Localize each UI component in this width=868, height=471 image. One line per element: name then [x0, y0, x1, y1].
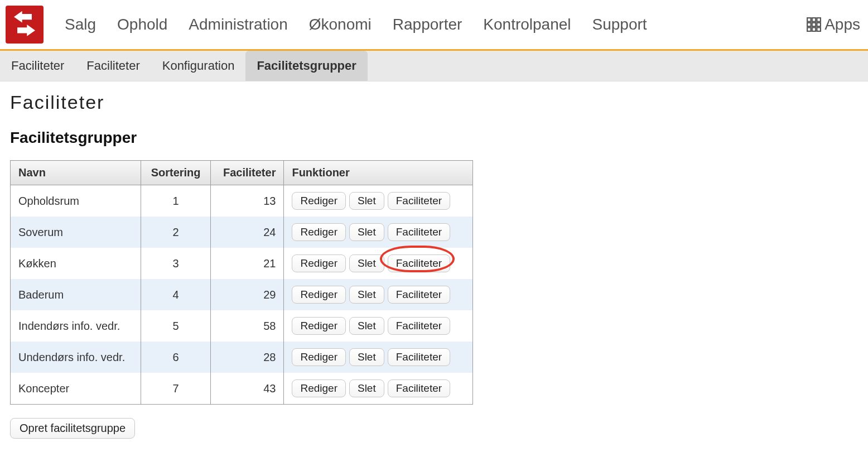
cell-functions: RedigerSletFaciliteter	[284, 248, 473, 279]
logo[interactable]	[6, 6, 44, 44]
apps-grid-icon	[807, 17, 821, 32]
table-row: Koncepter743RedigerSletFaciliteter	[11, 373, 473, 405]
svg-rect-6	[807, 27, 811, 31]
delete-button[interactable]: Slet	[349, 379, 384, 397]
create-facility-group-button[interactable]: Opret facilitetsgruppe	[10, 418, 135, 439]
table-row: Baderum429RedigerSletFaciliteter	[11, 279, 473, 310]
faciliteter-button[interactable]: Faciliteter	[388, 286, 450, 304]
svg-rect-7	[812, 27, 816, 31]
edit-button[interactable]: Rediger	[292, 286, 346, 304]
col-header-sorting: Sortering	[141, 161, 210, 185]
delete-button[interactable]: Slet	[349, 192, 384, 210]
nav-item-kontrolpanel[interactable]: Kontrolpanel	[483, 16, 571, 33]
nav-item-rapporter[interactable]: Rapporter	[393, 16, 462, 33]
table-row: Indendørs info. vedr.558RedigerSletFacil…	[11, 310, 473, 342]
cell-faciliteter: 58	[211, 310, 284, 342]
table-row: Opholdsrum113RedigerSletFaciliteter	[11, 185, 473, 217]
delete-button[interactable]: Slet	[349, 254, 384, 272]
section-title: Facilitetsgrupper	[10, 129, 858, 147]
cell-functions: RedigerSletFaciliteter	[284, 185, 473, 217]
cell-faciliteter: 13	[211, 185, 284, 217]
cell-name: Opholdsrum	[11, 185, 141, 217]
cell-functions: RedigerSletFaciliteter	[284, 373, 473, 405]
nav-apps-label: Apps	[824, 16, 860, 33]
tab-konfiguration[interactable]: Konfiguration	[151, 51, 246, 81]
faciliteter-button[interactable]: Faciliteter	[388, 348, 450, 366]
cell-name: Soverum	[11, 217, 141, 248]
swap-arrows-icon	[10, 10, 39, 39]
sub-navigation: FaciliteterFaciliteterKonfigurationFacil…	[0, 51, 868, 81]
svg-rect-3	[807, 23, 811, 27]
cell-faciliteter: 28	[211, 342, 284, 373]
table-row: Køkken321RedigerSletFaciliteter	[11, 248, 473, 279]
svg-rect-0	[807, 18, 811, 22]
table-row: Undendørs info. vedr.628RedigerSletFacil…	[11, 342, 473, 373]
edit-button[interactable]: Rediger	[292, 223, 346, 241]
cell-sorting: 7	[141, 373, 210, 405]
cell-name: Indendørs info. vedr.	[11, 310, 141, 342]
svg-rect-4	[812, 23, 816, 27]
table-row: Soverum224RedigerSletFaciliteter	[11, 217, 473, 248]
nav-item-support[interactable]: Support	[592, 16, 647, 33]
facility-groups-table: Navn Sortering Faciliteter Funktioner Op…	[10, 160, 473, 405]
cell-sorting: 4	[141, 279, 210, 310]
col-header-functions: Funktioner	[284, 161, 473, 185]
svg-rect-8	[817, 27, 821, 31]
cell-functions: RedigerSletFaciliteter	[284, 310, 473, 342]
svg-rect-5	[817, 23, 821, 27]
nav-apps[interactable]: Apps	[807, 16, 860, 33]
cell-functions: RedigerSletFaciliteter	[284, 279, 473, 310]
nav-item-administration[interactable]: Administration	[189, 16, 287, 33]
faciliteter-button[interactable]: Faciliteter	[388, 254, 450, 272]
nav-item-økonomi[interactable]: Økonomi	[309, 16, 372, 33]
tab-faciliteter[interactable]: Faciliteter	[0, 51, 75, 81]
edit-button[interactable]: Rediger	[292, 254, 346, 272]
faciliteter-button[interactable]: Faciliteter	[388, 317, 450, 335]
faciliteter-button[interactable]: Faciliteter	[388, 379, 450, 397]
delete-button[interactable]: Slet	[349, 286, 384, 304]
faciliteter-button[interactable]: Faciliteter	[388, 223, 450, 241]
cell-sorting: 5	[141, 310, 210, 342]
cell-faciliteter: 21	[211, 248, 284, 279]
tab-facilitetsgrupper[interactable]: Facilitetsgrupper	[245, 51, 367, 81]
cell-faciliteter: 29	[211, 279, 284, 310]
cell-faciliteter: 24	[211, 217, 284, 248]
cell-name: Baderum	[11, 279, 141, 310]
top-navigation: SalgOpholdAdministrationØkonomiRapporter…	[0, 0, 868, 51]
cell-sorting: 6	[141, 342, 210, 373]
edit-button[interactable]: Rediger	[292, 348, 346, 366]
svg-rect-1	[812, 18, 816, 22]
cell-sorting: 3	[141, 248, 210, 279]
cell-functions: RedigerSletFaciliteter	[284, 342, 473, 373]
svg-rect-2	[817, 18, 821, 22]
nav-item-salg[interactable]: Salg	[65, 16, 96, 33]
main-content: Faciliteter Facilitetsgrupper Navn Sorte…	[0, 81, 868, 461]
nav-item-ophold[interactable]: Ophold	[117, 16, 167, 33]
cell-name: Koncepter	[11, 373, 141, 405]
delete-button[interactable]: Slet	[349, 317, 384, 335]
cell-sorting: 2	[141, 217, 210, 248]
cell-name: Køkken	[11, 248, 141, 279]
col-header-name: Navn	[11, 161, 141, 185]
edit-button[interactable]: Rediger	[292, 192, 346, 210]
edit-button[interactable]: Rediger	[292, 379, 346, 397]
delete-button[interactable]: Slet	[349, 223, 384, 241]
col-header-faciliteter: Faciliteter	[211, 161, 284, 185]
delete-button[interactable]: Slet	[349, 348, 384, 366]
cell-faciliteter: 43	[211, 373, 284, 405]
faciliteter-button[interactable]: Faciliteter	[388, 192, 450, 210]
tab-faciliteter[interactable]: Faciliteter	[75, 51, 151, 81]
cell-functions: RedigerSletFaciliteter	[284, 217, 473, 248]
page-title: Faciliteter	[10, 92, 858, 113]
cell-name: Undendørs info. vedr.	[11, 342, 141, 373]
edit-button[interactable]: Rediger	[292, 317, 346, 335]
cell-sorting: 1	[141, 185, 210, 217]
